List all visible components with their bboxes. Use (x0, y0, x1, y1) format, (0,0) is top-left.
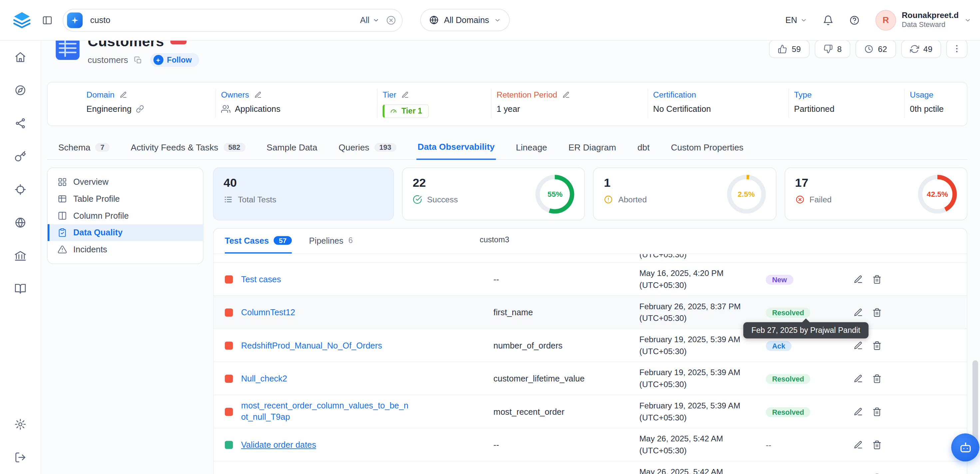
domain-link[interactable]: Engineering (87, 104, 132, 113)
test-case-row[interactable]: most_recent_order_column_values_to_be_no… (213, 396, 967, 428)
data-quality-icon (57, 228, 67, 237)
delete-icon[interactable] (872, 407, 882, 416)
delete-icon[interactable] (872, 473, 882, 474)
help-icon[interactable] (849, 14, 860, 25)
nav-govern-icon[interactable] (9, 145, 32, 167)
edit-icon[interactable] (254, 91, 262, 99)
settings-gear-icon[interactable] (9, 413, 32, 435)
edit-icon[interactable] (853, 307, 863, 317)
watch-button[interactable]: 62 (856, 41, 896, 58)
delete-icon[interactable] (872, 340, 882, 350)
info-owners: Owners Applications (215, 89, 377, 118)
notifications-bell-icon[interactable] (823, 14, 834, 25)
test-case-row[interactable]: Validate order dates -- May 26, 2025, 5:… (213, 428, 967, 461)
search-input[interactable] (89, 14, 354, 25)
user-name: Rounakpreet.d (902, 11, 959, 20)
resolution-badge[interactable]: Resolved (766, 308, 810, 318)
side-menu-column-profile[interactable]: Column Profile (48, 207, 203, 224)
test-case-link[interactable]: number_of_orders_column_values_to_be_ (241, 472, 402, 474)
delete-icon[interactable] (872, 307, 882, 317)
edit-icon[interactable] (853, 473, 863, 474)
edit-icon[interactable] (853, 440, 863, 449)
nav-glossary-icon[interactable] (9, 277, 32, 300)
side-menu-data-quality[interactable]: Data Quality (48, 224, 203, 241)
resolution-badge[interactable]: Resolved (766, 374, 810, 384)
test-case-link[interactable]: ColumnTest12 (241, 307, 295, 318)
nav-home-icon[interactable] (9, 46, 32, 68)
tab-pipelines[interactable]: Pipelines6 (309, 229, 353, 254)
test-case-link[interactable]: Test cases (241, 274, 281, 285)
nav-domains-icon[interactable] (9, 211, 32, 234)
language-label: EN (786, 15, 797, 25)
follow-button[interactable]: Follow (150, 53, 199, 67)
search-clear-icon[interactable] (386, 14, 396, 25)
tab-sample-data[interactable]: Sample Data (266, 136, 319, 159)
tab-lineage[interactable]: Lineage (514, 136, 548, 159)
nav-data-assets-icon[interactable] (9, 112, 32, 135)
tab-schema[interactable]: Schema7 (57, 136, 111, 159)
last-run-time: February 19, 2025, 5:39 AM(UTC+05:30) (640, 366, 766, 390)
downvote-button[interactable]: 8 (815, 41, 851, 58)
test-case-link[interactable]: most_recent_order_column_values_to_be_no… (241, 401, 409, 423)
column-name: number_of_orders (493, 340, 640, 350)
test-case-row[interactable]: Null_check2 customer_lifetime_value Febr… (213, 362, 967, 395)
tab-activity-feeds[interactable]: Activity Feeds & Tasks582 (129, 136, 247, 159)
column-name: first_name (493, 307, 640, 317)
left-rail (0, 41, 41, 474)
resolution-badge[interactable]: Ack (766, 341, 792, 351)
tab-dbt[interactable]: dbt (636, 136, 651, 159)
chat-assistant-button[interactable] (951, 433, 979, 461)
refresh-button[interactable]: 49 (901, 41, 941, 58)
chevron-down-icon (964, 17, 971, 24)
edit-icon[interactable] (853, 275, 863, 284)
side-menu-overview[interactable]: Overview (48, 174, 203, 191)
resolution-badge[interactable]: New (766, 275, 793, 285)
upvote-button[interactable]: 59 (769, 41, 810, 58)
test-case-link[interactable]: RedshiftProd_Manual_No_Of_Orders (241, 340, 382, 351)
tab-custom-properties[interactable]: Custom Properties (670, 136, 745, 159)
edit-icon[interactable] (562, 91, 570, 99)
all-domains-dropdown[interactable]: All Domains (420, 9, 510, 31)
info-usage: Usage 0th pctile (904, 89, 967, 118)
search-scope-dropdown[interactable]: All (360, 15, 379, 25)
edit-icon[interactable] (401, 91, 409, 99)
edit-icon[interactable] (853, 340, 863, 350)
nav-insights-icon[interactable] (9, 244, 32, 267)
test-case-link[interactable]: Validate order dates (241, 439, 316, 451)
logout-icon[interactable] (9, 446, 32, 468)
app-logo[interactable] (13, 11, 31, 29)
test-case-row[interactable]: Test cases -- May 16, 2025, 4:20 PM(UTC+… (213, 263, 967, 296)
test-case-link[interactable]: Null_check2 (241, 373, 287, 385)
last-run-time: February 19, 2025, 5:39 AM(UTC+05:30) (640, 400, 766, 423)
global-search-bar[interactable]: All (63, 8, 402, 31)
avatar[interactable]: R (875, 10, 896, 30)
copy-icon[interactable] (134, 56, 142, 64)
all-domains-label: All Domains (444, 15, 489, 25)
edit-icon[interactable] (119, 91, 127, 99)
chevron-down-icon (372, 17, 380, 24)
delete-icon[interactable] (872, 374, 882, 383)
side-menu-incidents[interactable]: Incidents (48, 241, 203, 258)
tab-data-observability[interactable]: Data Observability (416, 136, 496, 160)
edit-icon[interactable] (853, 374, 863, 383)
nav-observability-icon[interactable] (9, 178, 32, 201)
delete-icon[interactable] (872, 440, 882, 449)
delete-icon[interactable] (872, 275, 882, 284)
side-menu-table-profile[interactable]: Table Profile (48, 190, 203, 207)
info-domain: Domain Engineering (48, 89, 215, 118)
tab-test-cases[interactable]: Test Cases57 (225, 229, 291, 254)
chevron-down-icon (494, 17, 501, 24)
resolution-badge[interactable]: Resolved (766, 407, 810, 417)
user-menu[interactable]: R Rounakpreet.d Data Steward (875, 10, 971, 30)
list-icon (223, 195, 233, 204)
gauge-icon (390, 107, 398, 115)
grid-icon (57, 177, 67, 187)
test-case-row[interactable]: number_of_orders_column_values_to_be_ nu… (213, 461, 967, 474)
tab-er-diagram[interactable]: ER Diagram (567, 136, 617, 159)
tab-queries[interactable]: Queries193 (337, 136, 398, 159)
more-actions-icon[interactable] (946, 41, 967, 58)
nav-explore-icon[interactable] (9, 78, 32, 101)
language-dropdown[interactable]: EN (786, 15, 807, 25)
edit-icon[interactable] (853, 407, 863, 416)
sidebar-toggle-icon[interactable] (42, 14, 52, 25)
